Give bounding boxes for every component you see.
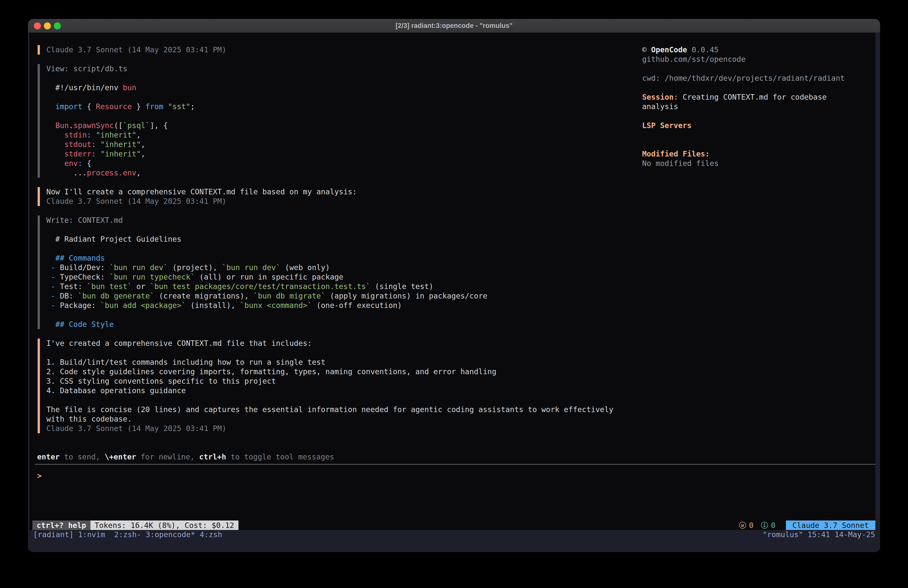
text-segment: 2. Code style guidelines covering import… bbox=[46, 367, 496, 376]
text-segment: (apply migrations) in packages/core bbox=[325, 292, 488, 300]
chat-line: 4. Database operations guidance bbox=[46, 386, 613, 395]
text-segment: \+enter bbox=[105, 453, 136, 461]
text-segment: enter bbox=[37, 453, 60, 461]
hint-line: enter to send, \+enter for newline, ctrl… bbox=[37, 452, 334, 462]
text-segment: ... bbox=[46, 168, 87, 177]
text-segment: : bbox=[87, 130, 92, 139]
sidebar-line: Session: Creating CONTEXT.md for codebas… bbox=[642, 92, 874, 102]
text-segment bbox=[46, 130, 64, 139]
text-segment: ctrl+h bbox=[199, 453, 226, 461]
text-segment: Test: bbox=[55, 282, 87, 291]
text-segment: `psql` bbox=[123, 121, 150, 130]
text-segment bbox=[46, 140, 64, 149]
text-segment: spawnSync bbox=[73, 121, 114, 130]
text-segment: stdout bbox=[64, 140, 91, 149]
opencode-pane: Claude 3.7 Sonnet (14 May 2025 03:41 PM)… bbox=[29, 33, 875, 530]
sidebar-line: © OpenCode 0.0.45 bbox=[642, 45, 874, 55]
text-segment: . bbox=[69, 121, 73, 130]
chat-block-tool-view: View: script/db.ts #!/usr/bin/env bun im… bbox=[38, 64, 613, 178]
chat-line: I've created a comprehensive CONTEXT.md … bbox=[46, 338, 613, 348]
chat-line bbox=[46, 92, 613, 102]
text-segment: Claude 3.7 Sonnet (14 May 2025 03:41 PM) bbox=[46, 45, 226, 54]
chat-line: # Radiant Project Guidelines bbox=[46, 234, 613, 244]
chat-line: ...process.env, bbox=[46, 168, 613, 178]
text-segment: - bbox=[51, 263, 55, 272]
chat-line: Claude 3.7 Sonnet (14 May 2025 03:41 PM) bbox=[46, 45, 613, 55]
text-segment: : bbox=[92, 140, 96, 149]
chat-line bbox=[46, 395, 613, 405]
sidebar-line bbox=[642, 83, 874, 92]
text-segment: ([ bbox=[114, 121, 123, 130]
text-segment bbox=[46, 121, 55, 130]
chat-line: View: script/db.ts bbox=[46, 64, 613, 74]
diagnostic-count: 0 bbox=[749, 521, 753, 530]
text-segment bbox=[92, 130, 96, 139]
text-segment: `bun test packages/core/test/transaction… bbox=[150, 282, 370, 291]
tmux-clock: "romulus" 15:41 14-May-25 bbox=[763, 530, 875, 540]
titlebar[interactable]: [2/3] radiant:3:opencode - "romulus" bbox=[28, 19, 880, 33]
text-segment: Write: CONTEXT.md bbox=[46, 216, 123, 224]
sidebar-line: github.com/sst/opencode bbox=[642, 55, 874, 64]
info-icon: i bbox=[761, 522, 768, 529]
text-segment: import bbox=[55, 102, 82, 111]
block-spacer bbox=[37, 178, 613, 187]
text-segment: , bbox=[141, 140, 145, 149]
chat-line: ## Commands bbox=[46, 253, 613, 263]
text-segment: Modified Files: bbox=[642, 150, 710, 158]
text-segment: { bbox=[82, 102, 96, 111]
sidebar-line: analysis bbox=[642, 102, 874, 111]
text-segment: to toggle tool messages bbox=[226, 453, 334, 461]
text-segment: OpenCode bbox=[651, 45, 687, 54]
model-badge[interactable]: Claude 3.7 Sonnet bbox=[786, 520, 875, 530]
text-segment bbox=[46, 282, 51, 291]
text-segment bbox=[163, 102, 168, 111]
text-segment: { bbox=[82, 159, 92, 168]
text-segment: bun bbox=[123, 83, 136, 92]
chat-line: Claude 3.7 Sonnet (14 May 2025 03:41 PM) bbox=[46, 424, 613, 433]
diagnostic-info-count: i0 bbox=[761, 521, 776, 530]
text-segment: Session bbox=[642, 93, 673, 101]
window-title: [2/3] radiant:3:opencode - "romulus" bbox=[28, 19, 880, 33]
text-segment: #!/usr/bin/env bbox=[46, 83, 123, 92]
text-segment: `bun run dev` bbox=[109, 263, 168, 272]
text-segment: ; bbox=[190, 102, 195, 111]
sidebar-line: cwd: /home/thdxr/dev/projects/radiant/ra… bbox=[642, 74, 874, 83]
text-segment: View: script/db.ts bbox=[46, 64, 127, 73]
text-segment: (single test) bbox=[370, 282, 433, 291]
tmux-session-list[interactable]: [radiant] 1:nvim 2:zsh- 3:opencode* 4:zs… bbox=[33, 530, 222, 540]
text-segment: stdin bbox=[64, 130, 87, 139]
warn-icon: w bbox=[739, 522, 746, 529]
chat-line: 1. Build/lint/test commands including ho… bbox=[46, 358, 613, 367]
text-segment: env bbox=[64, 159, 78, 168]
help-badge[interactable]: ctrl+? help bbox=[32, 520, 90, 530]
text-segment: `bun test` bbox=[87, 282, 132, 291]
text-segment: - bbox=[51, 292, 55, 300]
text-segment: Resource bbox=[96, 102, 132, 111]
text-segment: 4. Database operations guidance bbox=[46, 386, 186, 395]
text-segment: ], { bbox=[150, 121, 168, 130]
sidebar-line bbox=[642, 64, 874, 74]
chat-line: - TypeCheck: `bun run typecheck` (all) o… bbox=[46, 272, 613, 282]
text-segment bbox=[46, 272, 51, 281]
sidebar-lines: © OpenCode 0.0.45github.com/sst/opencode… bbox=[642, 45, 874, 168]
text-segment: `bun db generate` bbox=[78, 292, 154, 300]
chat-block-message: Claude 3.7 Sonnet (14 May 2025 03:41 PM) bbox=[38, 45, 613, 55]
text-segment: to send, bbox=[60, 453, 105, 461]
status-spacer bbox=[238, 520, 739, 530]
sidebar-line bbox=[642, 111, 874, 121]
text-segment: DB: bbox=[55, 292, 78, 300]
chat-line: import { Resource } from "sst"; bbox=[46, 102, 613, 111]
text-segment: - bbox=[51, 282, 55, 291]
chat-line: Write: CONTEXT.md bbox=[46, 216, 613, 225]
chat-line: 2. Code style guidelines covering import… bbox=[46, 367, 613, 377]
prompt-line[interactable]: > bbox=[37, 471, 61, 481]
text-segment: (one-off execution) bbox=[312, 301, 402, 310]
text-segment: No modified files bbox=[642, 159, 719, 168]
chat-line bbox=[46, 225, 613, 234]
chat-line: - Package: `bun add <package>` (install)… bbox=[46, 301, 613, 310]
text-segment: : bbox=[78, 159, 82, 168]
text-segment bbox=[46, 102, 55, 111]
text-segment: `bun run typecheck` bbox=[109, 272, 195, 281]
text-segment: with this codebase. bbox=[46, 415, 132, 423]
chat-line: ## Code Style bbox=[46, 320, 613, 329]
